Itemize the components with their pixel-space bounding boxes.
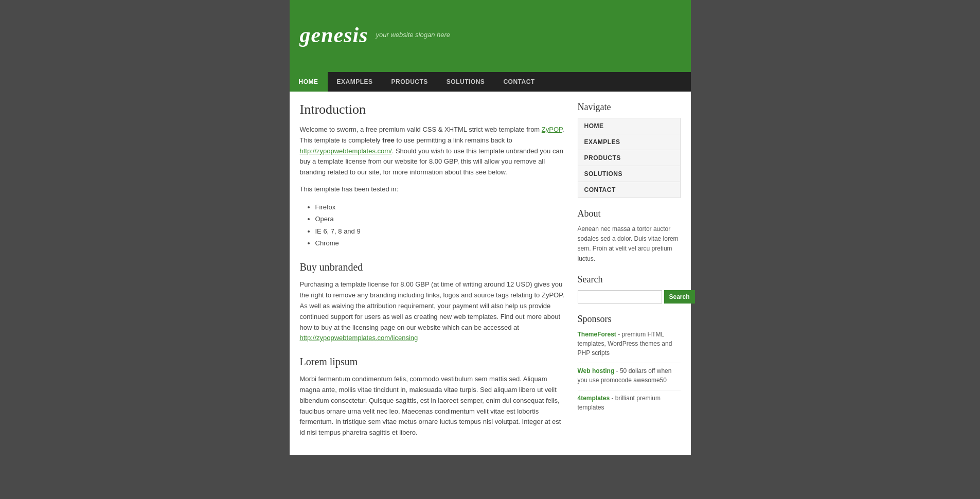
intro-text-part1: Welcome to sworm, a free premium valid C… <box>300 126 542 133</box>
sidebar: Navigate HOME EXAMPLES PRODUCTS SOLUTION… <box>578 102 681 444</box>
sidebar-nav-examples[interactable]: EXAMPLES <box>578 134 680 150</box>
sidebar-nav-item-solutions: SOLUTIONS <box>578 166 680 182</box>
page-wrapper: genesis your website slogan here HOME EX… <box>290 0 691 455</box>
sidebar-search-section: Search Search <box>578 274 681 304</box>
sidebar-about-section: About Aenean nec massa a tortor auctor s… <box>578 208 681 264</box>
sidebar-nav-item-examples: EXAMPLES <box>578 134 680 150</box>
sidebar-search-title: Search <box>578 274 681 285</box>
sidebar-nav-home[interactable]: HOME <box>578 118 680 134</box>
list-item: Firefox <box>315 201 567 213</box>
site-slogan: your website slogan here <box>376 31 451 39</box>
main-nav: HOME EXAMPLES PRODUCTS SOLUTIONS CONTACT <box>290 72 691 92</box>
intro-paragraph-1: Welcome to sworm, a free premium valid C… <box>300 124 567 178</box>
list-item: Opera <box>315 213 567 225</box>
sidebar-nav-solutions[interactable]: SOLUTIONS <box>578 166 680 182</box>
search-button[interactable]: Search <box>664 290 695 304</box>
nav-solutions[interactable]: SOLUTIONS <box>437 72 494 92</box>
sidebar-navigate-title: Navigate <box>578 102 681 113</box>
buy-text: Purchasing a template license for 8.00 G… <box>300 280 564 331</box>
nav-examples[interactable]: EXAMPLES <box>328 72 382 92</box>
sidebar-about-title: About <box>578 208 681 219</box>
licensing-link[interactable]: http://zypopwebtemplates.com/licensing <box>300 334 418 342</box>
sidebar-sponsors-title: Sponsors <box>578 314 681 325</box>
nav-products[interactable]: PRODUCTS <box>382 72 437 92</box>
list-item: IE 6, 7, 8 and 9 <box>315 225 567 237</box>
sidebar-nav-item-contact: CONTACT <box>578 182 680 198</box>
intro-text-part3: to use permitting a link remains back to <box>395 136 512 144</box>
list-item: Chrome <box>315 237 567 249</box>
sidebar-sponsors-section: Sponsors ThemeForest - premium HTML temp… <box>578 314 681 412</box>
sidebar-about-text: Aenean nec massa a tortor auctor sodales… <box>578 224 681 264</box>
intro-free-bold: free <box>382 136 395 144</box>
site-title: genesis <box>300 23 368 47</box>
sidebar-nav-products[interactable]: PRODUCTS <box>578 150 680 166</box>
buy-title: Buy unbranded <box>300 261 567 273</box>
lorem-title: Lorem lipsum <box>300 356 567 368</box>
sponsor-link-1[interactable]: ThemeForest <box>578 331 616 338</box>
sidebar-nav-list: HOME EXAMPLES PRODUCTS SOLUTIONS CONTACT <box>578 118 681 198</box>
main-content: Introduction Welcome to sworm, a free pr… <box>300 102 567 444</box>
zypop-link[interactable]: ZyPOP <box>542 126 562 133</box>
sponsor-item-3: 4templates - brilliant premium templates <box>578 394 681 412</box>
content-wrapper: Introduction Welcome to sworm, a free pr… <box>290 92 691 455</box>
sponsor-divider-2 <box>578 390 681 390</box>
sponsor-item-2: Web hosting - 50 dollars off when you us… <box>578 366 681 385</box>
sidebar-nav-item-products: PRODUCTS <box>578 150 680 166</box>
sponsor-divider <box>578 363 681 363</box>
sidebar-nav-contact[interactable]: CONTACT <box>578 182 680 198</box>
nav-contact[interactable]: CONTACT <box>494 72 544 92</box>
intro-paragraph-2: This template has been tested in: <box>300 184 567 195</box>
sidebar-navigate-section: Navigate HOME EXAMPLES PRODUCTS SOLUTION… <box>578 102 681 198</box>
sponsor-link-2[interactable]: Web hosting <box>578 367 615 375</box>
sponsor-link-3[interactable]: 4templates <box>578 395 610 402</box>
search-input[interactable] <box>578 290 662 304</box>
sponsor-item-1: ThemeForest - premium HTML templates, Wo… <box>578 330 681 358</box>
lorem-paragraph: Morbi fermentum condimentum felis, commo… <box>300 374 567 438</box>
nav-home[interactable]: HOME <box>290 72 328 92</box>
intro-title: Introduction <box>300 102 567 117</box>
zypop-url-link[interactable]: http://zypopwebtemplates.com/ <box>300 147 392 155</box>
search-form: Search <box>578 290 681 304</box>
buy-paragraph: Purchasing a template license for 8.00 G… <box>300 279 567 344</box>
tested-in-list: Firefox Opera IE 6, 7, 8 and 9 Chrome <box>315 201 567 249</box>
sidebar-nav-item-home: HOME <box>578 118 680 134</box>
site-header: genesis your website slogan here <box>290 0 691 72</box>
